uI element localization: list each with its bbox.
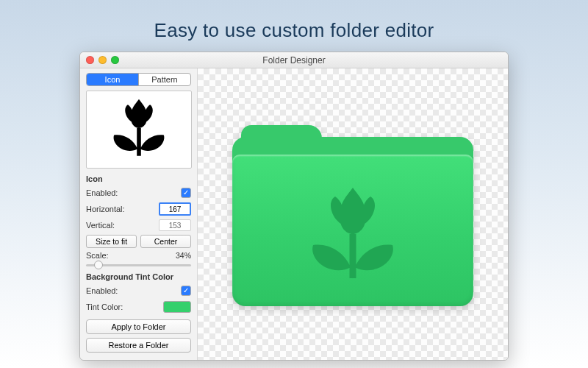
row-tint-color: Tint Color: xyxy=(86,300,191,314)
label-vertical: Vertical: xyxy=(86,221,115,230)
value-scale: 34% xyxy=(176,251,191,260)
icon-preview[interactable] xyxy=(86,91,192,169)
size-to-fit-button[interactable]: Size to fit xyxy=(86,235,137,248)
titlebar: Folder Designer xyxy=(80,52,508,68)
checkbox-icon-enabled[interactable]: ✓ xyxy=(181,188,191,198)
slider-thumb[interactable] xyxy=(94,261,103,269)
label-tint-enabled: Enabled: xyxy=(86,286,118,295)
restore-folder-button[interactable]: Restore a Folder xyxy=(86,338,191,353)
row-vertical: Vertical: xyxy=(86,219,191,232)
page-headline: Easy to use custom folder editor xyxy=(0,0,588,42)
traffic-lights xyxy=(80,56,119,64)
row-icon-enabled: Enabled: ✓ xyxy=(86,186,191,199)
label-horizontal: Horizontal: xyxy=(86,205,125,213)
input-horizontal[interactable] xyxy=(159,202,191,216)
label-scale: Scale: xyxy=(86,251,109,260)
tab-pattern[interactable]: Pattern xyxy=(138,74,190,85)
tab-segmented-control[interactable]: Icon Pattern xyxy=(86,73,191,86)
minimize-icon[interactable] xyxy=(98,56,107,64)
input-vertical[interactable] xyxy=(159,219,191,231)
tulip-icon xyxy=(102,95,176,164)
checkbox-tint-enabled[interactable]: ✓ xyxy=(181,286,191,296)
tint-color-swatch[interactable] xyxy=(163,301,191,313)
label-tint-color: Tint Color: xyxy=(86,302,123,311)
close-icon[interactable] xyxy=(86,56,94,64)
sidebar: Icon Pattern Icon Enabled: ✓ Horizontal: xyxy=(80,68,198,360)
row-size-buttons: Size to fit Center xyxy=(86,235,191,248)
row-scale: Scale: 34% xyxy=(86,251,191,260)
window-title: Folder Designer xyxy=(80,52,508,68)
center-button[interactable]: Center xyxy=(140,235,191,248)
label-enabled: Enabled: xyxy=(86,188,118,197)
app-window: Folder Designer Icon Pattern Icon Enable… xyxy=(79,52,509,361)
folder-stamp xyxy=(228,174,478,299)
tint-section-title: Background Tint Color xyxy=(86,272,191,281)
zoom-icon[interactable] xyxy=(111,56,119,64)
row-horizontal: Horizontal: xyxy=(86,202,191,216)
tab-icon[interactable]: Icon xyxy=(87,74,138,85)
icon-section-title: Icon xyxy=(86,174,191,183)
action-buttons: Apply to Folder Restore a Folder xyxy=(86,314,191,353)
folder-preview xyxy=(228,115,478,314)
apply-to-folder-button[interactable]: Apply to Folder xyxy=(86,319,191,334)
slider-scale[interactable] xyxy=(86,260,191,265)
window-content: Icon Pattern Icon Enabled: ✓ Horizontal: xyxy=(80,68,508,360)
tulip-icon xyxy=(298,181,408,291)
preview-canvas[interactable] xyxy=(198,68,508,360)
row-tint-enabled: Enabled: ✓ xyxy=(86,284,191,297)
